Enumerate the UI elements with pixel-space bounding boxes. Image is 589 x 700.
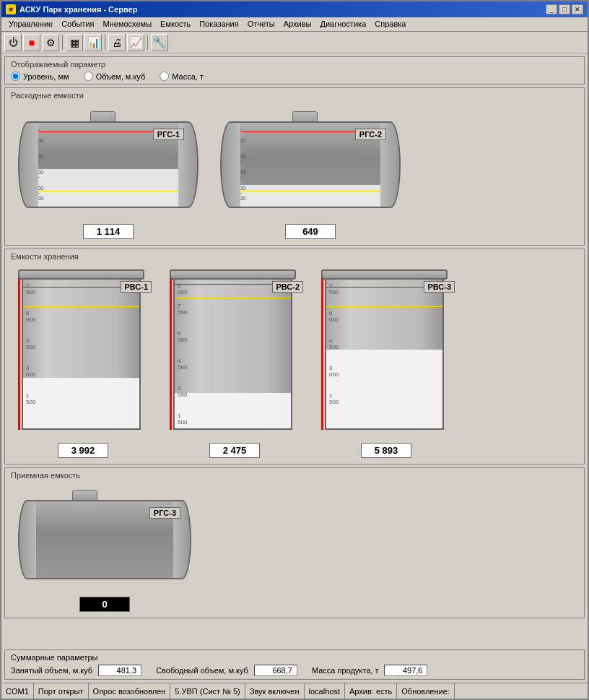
rvs1-label: РВС-1 <box>121 281 152 293</box>
main-window: ★ АСКУ Парк хранения - Сервер _ □ ✕ Упра… <box>0 0 589 700</box>
tank-rvs2: 8 000 7 500 6 000 4 500 3 000 1 500 РВС-… <box>162 267 307 458</box>
rvs3-body: 7 500 6 000 4 500 3 000 1 500 <box>325 278 444 430</box>
rgs1-cap-left <box>18 121 38 208</box>
summary-label-0: Занятый объем, м.куб <box>11 666 92 675</box>
section-raskhod-title: Расходные емкости <box>8 91 581 100</box>
rgs1-value: 1 114 <box>83 224 134 239</box>
tank-rgs2: — 2 500 — 2 000 — 1 500 — 1 000 — 500 РГ… <box>213 105 408 239</box>
rgs2-liquid <box>232 185 388 207</box>
tank-rgs3: РГС-3 0 <box>11 485 198 612</box>
status-port: Порт открыт <box>34 683 89 699</box>
menu-otchety[interactable]: Отчеты <box>243 19 279 30</box>
status-com1: COM1 <box>1 683 34 699</box>
toolbar-btn-chart[interactable]: 📊 <box>84 34 102 51</box>
toolbar-btn-grid[interactable]: ▦ <box>66 34 83 51</box>
rgs1-wrapper: — 2 500 — 2 000 — 1 500 — 1 000 — 500 РГ… <box>11 105 206 221</box>
toolbar-btn-stop[interactable]: ■ <box>23 34 40 51</box>
summary-row: Занятый объем, м.куб 481,3 Свободный объ… <box>11 665 578 676</box>
toolbar-sep-3 <box>147 35 148 50</box>
maximize-button[interactable]: □ <box>559 4 570 14</box>
toolbar-btn-tool[interactable]: 🔧 <box>151 34 168 51</box>
title-bar-left: ★ АСКУ Парк хранения - Сервер <box>6 4 137 14</box>
rvs1-yellowline <box>23 306 139 307</box>
status-obnovlenie: Обновление: <box>397 683 455 699</box>
status-opros: Опрос возобновлен <box>89 683 171 699</box>
rgs2-cap-left <box>220 121 240 208</box>
menu-pokazaniya[interactable]: Показания <box>195 19 243 30</box>
rvs2-label: РВС-2 <box>272 281 303 293</box>
rvs3-yellowline <box>326 306 442 307</box>
section-storage-title: Емкости хранения <box>8 252 581 261</box>
menu-diagnostika[interactable]: Диагностика <box>316 19 371 30</box>
menu-spravka[interactable]: Справка <box>370 19 410 30</box>
rvs2-leftbar <box>170 278 173 430</box>
rvs1-leftbar <box>18 278 22 430</box>
rvs3-leftbar <box>321 278 325 430</box>
window-title: АСКУ Парк хранения - Сервер <box>19 5 137 14</box>
toolbar-sep-2 <box>105 35 105 50</box>
status-localhost: localhost <box>305 683 345 699</box>
rgs2-wrapper: — 2 500 — 2 000 — 1 500 — 1 000 — 500 РГ… <box>213 105 408 221</box>
param-radio-row: Уровень, мм Объем, м.куб Масса, т <box>11 72 578 81</box>
menu-sobytiya[interactable]: События <box>57 19 98 30</box>
rvs3-wrapper: 7 500 6 000 4 500 3 000 1 500 РВС-3 <box>314 267 458 440</box>
radio-volume[interactable]: Объем, м.куб <box>84 72 146 81</box>
rgs3-cap-left <box>18 500 36 579</box>
main-content: Отображаемый параметр Уровень, мм Объем,… <box>1 53 588 647</box>
param-group: Отображаемый параметр Уровень, мм Объем,… <box>4 56 585 85</box>
status-zvuk: Звук включен <box>245 683 305 699</box>
tank-rvs1: 7 500 6 000 4 500 3 000 1 500 РВС-1 3 99… <box>11 267 155 458</box>
toolbar-sep-1 <box>62 35 63 50</box>
menu-arkhivy[interactable]: Архивы <box>279 19 316 30</box>
status-bar: COM1 Порт открыт Опрос возобновлен 5.УВП… <box>1 683 588 699</box>
rvs1-wrapper: 7 500 6 000 4 500 3 000 1 500 РВС-1 <box>11 267 155 440</box>
rgs3-label: РГС-3 <box>149 507 180 519</box>
priem-tanks-row: РГС-3 0 <box>8 483 581 615</box>
toolbar-btn-power[interactable]: ⏻ <box>4 34 22 51</box>
toolbar-btn-print[interactable]: 🖨 <box>108 34 126 51</box>
rgs3-value: 0 <box>79 597 130 612</box>
summary-value-0: 481,3 <box>98 665 141 676</box>
toolbar-btn-settings[interactable]: ⚙ <box>42 34 59 51</box>
toolbar-btn-graph[interactable]: 📈 <box>127 34 144 51</box>
radio-mass[interactable]: Масса, т <box>160 72 204 81</box>
raskhod-tanks-row: — 2 500 — 2 000 — 1 500 — 1 000 — 500 РГ… <box>8 103 581 242</box>
tank-rvs3: 7 500 6 000 4 500 3 000 1 500 РВС-3 5 89… <box>314 267 458 458</box>
rgs2-yellowline <box>232 191 388 191</box>
rvs2-yellowline <box>175 298 291 298</box>
menubar: Управление События Мнемосхемы Емкость По… <box>1 17 588 32</box>
menu-mnemoskhemy[interactable]: Мнемосхемы <box>99 19 157 30</box>
radio-level[interactable]: Уровень, мм <box>11 72 69 81</box>
app-icon: ★ <box>6 4 16 14</box>
menu-upravlenie[interactable]: Управление <box>4 19 57 30</box>
rgs1-yellowline <box>30 191 186 191</box>
title-bar: ★ АСКУ Парк хранения - Сервер _ □ ✕ <box>1 1 588 17</box>
storage-tanks-row: 7 500 6 000 4 500 3 000 1 500 РВС-1 3 99… <box>8 264 581 461</box>
summary-value-1: 668,7 <box>254 665 297 676</box>
summary-section: Суммарные параметры Занятый объем, м.куб… <box>4 649 585 680</box>
rvs3-value: 5 893 <box>361 443 411 458</box>
summary-label-2: Масса продукта, т <box>312 666 379 675</box>
rvs1-body: 7 500 6 000 4 500 3 000 1 500 <box>22 278 141 430</box>
rgs2-label: РГС-2 <box>355 129 386 140</box>
rvs1-value: 3 992 <box>58 443 108 458</box>
rgs3-wrapper: РГС-3 <box>11 485 198 594</box>
rvs2-value: 2 475 <box>209 443 260 458</box>
rvs3-label: РВС-3 <box>424 281 455 293</box>
rvs2-body: 8 000 7 500 6 000 4 500 3 000 1 500 <box>173 278 292 430</box>
rvs2-liquid <box>175 393 291 428</box>
menu-emkost[interactable]: Емкость <box>156 19 195 30</box>
rgs2-value: 649 <box>285 224 336 239</box>
rvs1-liquid <box>23 378 139 428</box>
toolbar: ⏻ ■ ⚙ ▦ 📊 🖨 📈 🔧 <box>1 32 588 53</box>
status-uvp: 5.УВП (Сист № 5) <box>170 683 245 699</box>
summary-title: Суммарные параметры <box>11 653 578 662</box>
minimize-button[interactable]: _ <box>546 4 557 14</box>
tank-rgs1: — 2 500 — 2 000 — 1 500 — 1 000 — 500 РГ… <box>11 105 206 239</box>
rvs2-wrapper: 8 000 7 500 6 000 4 500 3 000 1 500 РВС-… <box>162 267 307 440</box>
summary-label-1: Свободный объем, м.куб <box>156 666 248 675</box>
rgs1-label: РГС-1 <box>153 129 184 140</box>
param-group-title: Отображаемый параметр <box>11 60 578 69</box>
close-button[interactable]: ✕ <box>572 4 583 14</box>
section-priem: Приемная емкость РГС-3 0 <box>4 467 585 618</box>
